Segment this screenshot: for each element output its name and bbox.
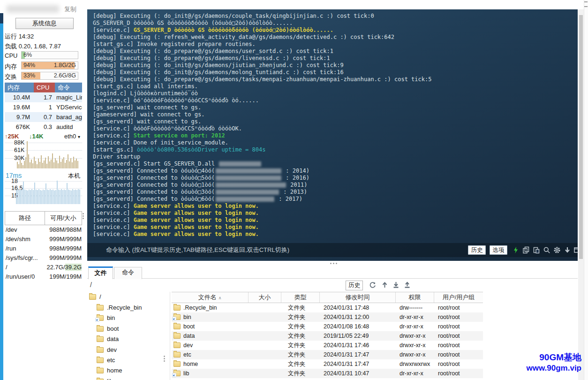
ping-bar <box>31 189 32 204</box>
tree-item[interactable]: home <box>97 365 122 376</box>
col-type[interactable]: 类型 <box>281 292 320 303</box>
col-filename[interactable]: 文件名∧ <box>172 292 249 303</box>
options-button[interactable]: 选项 <box>490 245 507 255</box>
folder-icon <box>89 294 96 300</box>
disk-row[interactable]: /22.7G/39.2G <box>5 263 82 272</box>
network-bar <box>28 154 29 168</box>
tab-files[interactable]: 文件 <box>88 266 113 279</box>
terminal-text: Start service on port: 2012 <box>134 132 225 139</box>
tree-item[interactable]: bin <box>97 313 115 323</box>
col-size[interactable]: 大小 <box>249 292 281 303</box>
file-row[interactable]: data文件夹2019/11/05 22:49drwxr-xr-xroot/ro… <box>172 331 483 341</box>
network-bar <box>39 162 40 168</box>
file-row[interactable]: etc文件夹2024/01/31 17:47drwxr-xr-xroot/roo… <box>172 350 483 359</box>
terminal-panel[interactable]: [debug] Executing (: do_init@/gs/daemons… <box>87 9 578 261</box>
process-row[interactable]: 9.7M0.7barad_ag... <box>5 112 82 122</box>
download-icon[interactable] <box>564 246 571 254</box>
paste-icon[interactable] <box>533 246 540 254</box>
disk-row[interactable]: /run998M/999M <box>5 244 82 253</box>
col-mtime[interactable]: 修改时间 <box>320 292 396 303</box>
disk-header-path[interactable]: 路径 <box>5 211 45 225</box>
file-cell: 2024/01/31 10:47 <box>320 369 396 378</box>
tree-item[interactable]: .Recycle_bin <box>97 303 142 313</box>
file-cell <box>249 322 281 331</box>
file-row[interactable]: boot文件夹2024/01/08 16:48dr-xr-xr-xroot/ro… <box>172 322 483 331</box>
process-header-cmd[interactable]: 命令 <box>55 83 82 92</box>
process-row[interactable]: 19.6M1YDService <box>5 102 82 112</box>
tree-splitter[interactable] <box>164 355 166 363</box>
tree-item-root[interactable]: / <box>89 292 101 302</box>
tree-item[interactable]: etc <box>97 355 115 365</box>
file-row[interactable]: dev文件夹2024/01/31 17:46drwxr-xr-xroot/roo… <box>172 341 483 350</box>
network-interface-select[interactable]: eth0 ▾ <box>64 133 80 140</box>
file-cell <box>249 331 281 341</box>
process-header-cpu[interactable]: CPU <box>34 83 55 92</box>
download-icon[interactable] <box>392 281 400 289</box>
path-history-button[interactable]: 历史 <box>346 281 363 290</box>
tree-item[interactable]: boot <box>97 324 119 334</box>
command-input[interactable]: 命令输入 (按ALT键提示历史,TAB键路径,ESC键返回,双击CTRL切换) <box>106 243 289 257</box>
ping-bar <box>19 190 20 204</box>
file-cell <box>249 350 281 359</box>
terminal-text: [service.c] <box>93 203 134 209</box>
process-table-header: 内存 CPU 命令 <box>5 83 82 92</box>
network-bar <box>21 163 22 168</box>
horizontal-splitter[interactable] <box>330 263 337 264</box>
network-bar <box>25 157 26 168</box>
upload-icon[interactable] <box>403 281 411 289</box>
disk-row[interactable]: /dev988M/988M <box>5 225 82 235</box>
up-arrow-icon[interactable] <box>381 281 389 289</box>
file-row[interactable]: bin文件夹2024/01/31 12:00dr-xr-xr-xroot/roo… <box>172 312 483 322</box>
tree-item-label: data <box>107 334 119 344</box>
process-row[interactable]: 676K0.3auditd <box>5 122 82 132</box>
lightning-icon[interactable] <box>512 246 520 254</box>
file-row[interactable]: .Recycle_bin文件夹2024/01/31 17:48drw------… <box>172 303 483 312</box>
process-cell: 0.3 <box>34 122 55 132</box>
file-cell: 文件夹 <box>281 359 320 369</box>
file-cell <box>249 303 281 312</box>
terminal-text: : 2016) <box>282 175 309 181</box>
ping-bar <box>69 190 70 204</box>
file-row[interactable]: lib文件夹2024/01/31 10:47dr-xr-xr-xroot/roo… <box>172 369 483 378</box>
menu-icon[interactable] <box>584 1 588 7</box>
terminal-line: [service.c] GS_SERVER_D òóòóòò GS òóòóòó… <box>93 27 431 34</box>
history-button[interactable]: 历史 <box>468 245 486 255</box>
file-row[interactable]: home文件夹2024/01/31 17:47drwxrwxrwxroot/ro… <box>172 359 483 369</box>
refresh-icon[interactable] <box>369 281 377 289</box>
file-cell: root/root <box>434 369 483 378</box>
tab-command[interactable]: 命令 <box>114 267 142 279</box>
process-cell: 0.7 <box>34 112 55 122</box>
process-row[interactable]: 10.4M1.7magic_Lin.. <box>5 92 82 102</box>
gear-icon[interactable] <box>553 246 561 254</box>
disk-header-size[interactable]: 可用/大小 <box>45 211 82 225</box>
mem-label: 内存 <box>5 62 17 71</box>
network-chart: 88K 61K 30K <box>5 141 82 169</box>
network-bar <box>23 165 23 168</box>
disk-row[interactable]: /sys/fs/cgr...999M/999M <box>5 253 82 263</box>
path-input[interactable]: / <box>90 281 92 289</box>
folder-icon <box>173 333 181 339</box>
terminal-text: [gs_serverd] wait connect to gs. <box>93 104 201 111</box>
copy-link[interactable]: 复制 <box>64 5 76 14</box>
search-icon[interactable] <box>543 246 550 254</box>
col-perm[interactable]: 权限 <box>396 292 434 303</box>
file-cell: drwxr-xr-x <box>396 331 434 341</box>
file-cell: drw------- <box>396 303 434 312</box>
disk-row[interactable]: /dev/shm999M/999M <box>5 235 82 244</box>
tree-item[interactable]: data <box>97 334 119 344</box>
col-owner[interactable]: 用户/用户组 <box>434 292 483 303</box>
tree-item[interactable]: lib <box>97 376 113 380</box>
terminal-text: [service.c] <box>93 27 134 33</box>
file-tree: /.Recycle_binbinbootdatadevetchomelib <box>87 292 167 380</box>
scrollbar-thumb[interactable] <box>579 15 583 259</box>
sidebar-splitter[interactable] <box>83 212 84 220</box>
terminal-output[interactable]: [debug] Executing (: do_init@/gs/daemons… <box>93 13 431 238</box>
network-bar <box>58 163 59 168</box>
system-info-button[interactable]: 系统信息 <box>15 18 74 29</box>
process-header-mem[interactable]: 内存 <box>5 83 34 92</box>
file-name: dev <box>183 341 193 350</box>
disk-row[interactable]: /run/user/0199M/199M <box>5 272 82 281</box>
tree-item[interactable]: dev <box>97 345 117 355</box>
copy-icon[interactable] <box>522 246 530 254</box>
symlink-icon <box>173 317 176 320</box>
